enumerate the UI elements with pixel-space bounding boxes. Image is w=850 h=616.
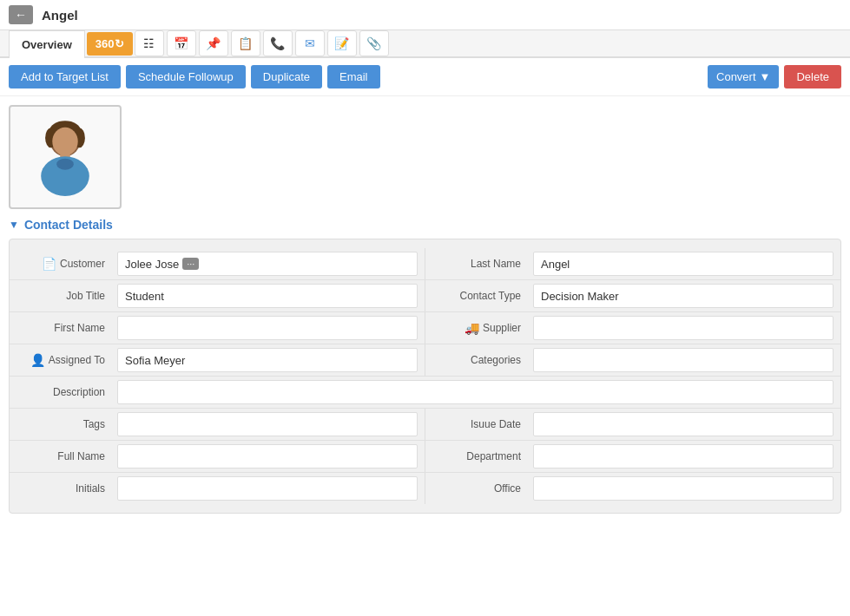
email-button[interactable]: Email — [327, 65, 380, 88]
tab-attach-icon[interactable]: 📎 — [359, 30, 389, 56]
tab-email-icon[interactable]: ✉ — [295, 30, 325, 56]
tab-table-icon[interactable]: ☷ — [135, 30, 164, 56]
description-label: Description — [10, 380, 114, 404]
note-icon: 📝 — [334, 36, 349, 50]
tab-pin-icon[interactable]: 📌 — [199, 30, 228, 56]
assigned-to-label: 👤 Assigned To — [10, 347, 114, 373]
tab-note-icon[interactable]: 📝 — [327, 30, 357, 56]
row-fullname-department: Full Name Department — [10, 441, 840, 473]
row-firstname-supplier: First Name 🚚 Supplier — [10, 312, 840, 344]
tab-calendar-icon[interactable]: 📅 — [167, 30, 196, 56]
tab-360[interactable]: 360↻ — [87, 32, 133, 56]
last-name-label: Last Name — [425, 252, 530, 276]
attach-icon: 📎 — [366, 36, 381, 50]
supplier-label: 🚚 Supplier — [425, 315, 530, 341]
full-name-label: Full Name — [10, 444, 114, 469]
office-half: Office — [425, 473, 840, 504]
row-tags-issuedate: Tags Isuue Date — [10, 409, 840, 441]
duplicate-button[interactable]: Duplicate — [251, 65, 322, 88]
initials-value — [117, 476, 418, 501]
convert-chevron-icon: ▼ — [760, 70, 771, 83]
fullname-half: Full Name — [10, 441, 425, 472]
initials-label: Initials — [10, 476, 114, 501]
customer-label: 📄 Customer — [10, 251, 114, 277]
tab-doc-icon[interactable]: 📋 — [231, 30, 260, 56]
first-name-value — [117, 316, 418, 340]
categories-half: Categories — [425, 344, 840, 376]
action-bar: Add to Target List Schedule Followup Dup… — [0, 58, 850, 96]
truck-icon: 🚚 — [465, 321, 479, 335]
add-target-button[interactable]: Add to Target List — [9, 65, 121, 88]
right-actions: Convert ▼ Delete — [708, 65, 841, 88]
avatar-section — [9, 105, 841, 209]
description-half: Description — [10, 377, 840, 408]
job-title-value: Student — [117, 284, 418, 308]
issuedate-half: Isuue Date — [425, 409, 840, 440]
email-icon: ✉ — [305, 36, 315, 50]
categories-label: Categories — [425, 348, 530, 372]
svg-point-7 — [56, 159, 74, 170]
lastname-half: Last Name Angel — [425, 248, 840, 279]
contact-details-section[interactable]: ▼ Contact Details — [9, 218, 841, 232]
issue-date-value — [533, 412, 834, 436]
schedule-followup-button[interactable]: Schedule Followup — [126, 65, 246, 88]
office-value — [533, 476, 834, 501]
content-area: ▼ Contact Details 📄 Customer Jolee Jose … — [0, 96, 850, 522]
section-title-label: Contact Details — [24, 218, 113, 232]
contacttype-half: Contact Type Decision Maker — [425, 280, 840, 311]
convert-button[interactable]: Convert ▼ — [708, 65, 779, 88]
department-label: Department — [425, 444, 530, 469]
convert-label: Convert — [716, 70, 756, 83]
department-half: Department — [425, 441, 840, 472]
tags-value — [117, 412, 418, 436]
issue-date-label: Isuue Date — [425, 412, 530, 436]
firstname-half: First Name — [10, 312, 425, 344]
delete-button[interactable]: Delete — [784, 65, 841, 88]
first-name-label: First Name — [10, 316, 114, 340]
detail-grid: 📄 Customer Jolee Jose ··· Last Name Ange… — [9, 239, 841, 514]
contact-type-value: Decision Maker — [533, 284, 834, 308]
customer-icon: 📄 — [42, 257, 56, 271]
contact-type-label: Contact Type — [425, 284, 530, 308]
office-label: Office — [425, 476, 530, 501]
title-bar: ← Angel — [0, 0, 850, 30]
assigned-to-value: Sofia Meyer — [117, 348, 418, 372]
row-jobtitle-contacttype: Job Title Student Contact Type Decision … — [10, 280, 840, 312]
table-icon: ☷ — [143, 36, 155, 50]
row-description: Description — [10, 377, 840, 409]
row-initials-office: Initials Office — [10, 473, 840, 504]
jobtitle-half: Job Title Student — [10, 280, 425, 311]
svg-point-4 — [52, 128, 77, 156]
tags-label: Tags — [10, 412, 114, 436]
doc-icon: 📋 — [238, 36, 253, 50]
tab-phone-icon[interactable]: 📞 — [263, 30, 293, 56]
chevron-down-icon: ▼ — [9, 219, 19, 231]
back-button[interactable]: ← — [9, 5, 33, 24]
calendar-icon: 📅 — [174, 36, 188, 50]
customer-value: Jolee Jose ··· — [117, 252, 418, 276]
pin-icon: 📌 — [206, 36, 221, 50]
job-title-label: Job Title — [10, 284, 114, 308]
page-title: Angel — [42, 8, 78, 23]
initials-half: Initials — [10, 473, 425, 504]
categories-value — [533, 348, 834, 372]
phone-icon: 📞 — [270, 36, 285, 50]
row-assignedto-categories: 👤 Assigned To Sofia Meyer Categories — [10, 344, 840, 377]
supplier-value — [533, 316, 834, 340]
avatar-image — [26, 118, 104, 196]
tab-overview[interactable]: Overview — [9, 30, 85, 58]
full-name-value — [117, 444, 418, 469]
tabs-bar: Overview 360↻ ☷ 📅 📌 📋 📞 ✉ 📝 📎 — [0, 30, 850, 58]
customer-more-button[interactable]: ··· — [182, 258, 199, 270]
customer-half: 📄 Customer Jolee Jose ··· — [10, 248, 425, 279]
supplier-half: 🚚 Supplier — [425, 312, 840, 344]
customer-link[interactable]: Jolee Jose — [125, 258, 179, 271]
avatar-box — [9, 105, 122, 209]
tags-half: Tags — [10, 409, 425, 440]
department-value — [533, 444, 834, 469]
description-value — [117, 380, 834, 404]
assignedto-half: 👤 Assigned To Sofia Meyer — [10, 344, 425, 376]
row-customer-lastname: 📄 Customer Jolee Jose ··· Last Name Ange… — [10, 248, 840, 280]
assigned-icon: 👤 — [30, 353, 45, 367]
last-name-value: Angel — [533, 252, 834, 276]
